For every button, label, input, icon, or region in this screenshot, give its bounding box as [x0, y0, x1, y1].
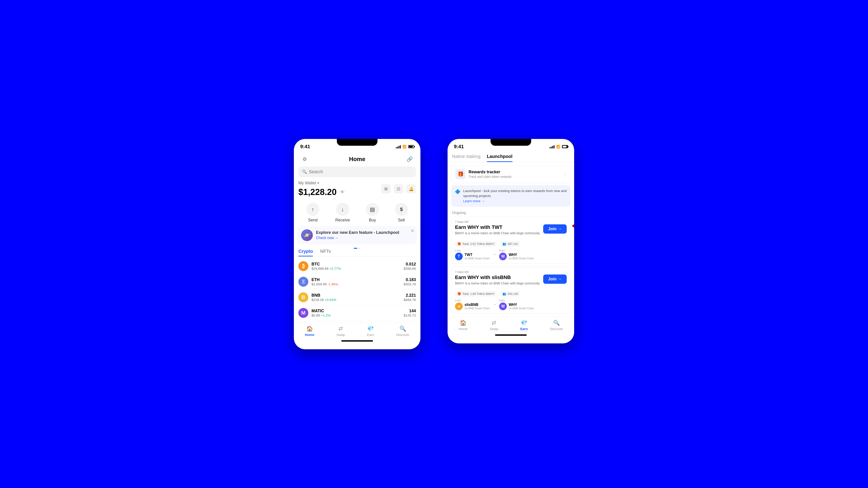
nav-earn-label-2: Earn — [520, 327, 528, 331]
dot-2 — [359, 248, 361, 249]
buy-button[interactable]: ▤ Buy — [366, 203, 379, 223]
nav-swap-label: Swap — [336, 333, 345, 337]
eth-symbol: ETH — [311, 278, 401, 282]
eth-amounts: 0.183 $303.78 — [404, 278, 416, 286]
nav-home-label: Home — [305, 333, 314, 337]
join-button-1[interactable]: Join → — [543, 224, 567, 234]
arrow-head-left-icon — [572, 222, 574, 230]
list-item[interactable]: B BNB $218.26 +0.54% 2.221 $484.76 — [298, 290, 417, 305]
action-row: ↑ Send ↓ Receive ▤ Buy $ Sell — [294, 201, 421, 226]
asset-tabs: Crypto NFTs — [294, 249, 421, 257]
search-icon: 🔍 — [302, 169, 307, 174]
send-icon: ↑ — [306, 203, 319, 216]
wallet-section: My Wallet ▾ $1,228.20 👁 ⊞ ⊡ 🔔 — [294, 181, 421, 201]
nav-discover-2[interactable]: 🔍 Discover — [550, 320, 563, 331]
settings-button[interactable]: ⚙ — [300, 155, 309, 164]
tab-native-staking[interactable]: Native staking — [452, 154, 480, 162]
join-button-2[interactable]: Join → — [543, 274, 567, 284]
send-button[interactable]: ↑ Send — [306, 203, 319, 223]
eth-price: $1,659.99 -1.86% — [311, 282, 401, 286]
matic-amounts: 144 $126.72 — [404, 308, 416, 317]
banner-link[interactable]: Check now → — [316, 236, 413, 240]
list-item[interactable]: Ξ ETH $1,659.99 -1.86% 0.183 $303.78 — [298, 274, 417, 290]
nav-home[interactable]: 🏠 Home — [305, 326, 314, 337]
crypto-list: ₿ BTC $29,888.68 +2.77% 0.012 $358.66 Ξ — [294, 258, 421, 321]
learn-more-link[interactable]: Learn more → — [463, 199, 485, 204]
bottom-nav-2: 🏠 Home ⇄ Swap 💎 Earn 🔍 Discover — [447, 317, 574, 332]
wifi-icon-2: 📶 — [556, 145, 560, 149]
nav-earn-label: Earn — [367, 333, 374, 337]
rewards-tracker-card[interactable]: 🎁 Rewards tracker Track and claim token … — [451, 165, 570, 183]
matic-change: +1.2% — [321, 313, 331, 317]
nav-home-label-2: Home — [459, 327, 468, 331]
twt-logo: T — [455, 253, 463, 260]
btc-price: $29,888.68 +2.77% — [311, 267, 401, 270]
bell-button[interactable]: 🔔 — [406, 184, 416, 194]
eth-change: -1.86% — [328, 282, 338, 286]
nav-discover-label: Discover — [396, 333, 409, 337]
wallet-balance: $1,228.20 — [298, 187, 337, 197]
pool-desc-2: $WHY is a meme token on BNB Chain with l… — [455, 281, 543, 286]
btc-logo: ₿ — [298, 261, 308, 271]
discover-icon-2: 🔍 — [553, 320, 560, 326]
bnb-change: +0.54% — [324, 298, 336, 302]
eye-icon[interactable]: 👁 — [340, 190, 345, 195]
bnb-price: $218.26 +0.54% — [311, 298, 401, 302]
section-label: Ongoing — [447, 210, 574, 217]
pool-header-row-2: Earn WHY with slisBNB $WHY is a meme tok… — [455, 274, 567, 289]
tab-crypto[interactable]: Crypto — [298, 249, 313, 256]
home-icon-2: 🏠 — [460, 320, 467, 326]
sell-button[interactable]: $ Sell — [395, 203, 408, 223]
search-bar[interactable]: 🔍 — [298, 166, 416, 177]
profile-button[interactable]: 🔗 — [405, 155, 414, 164]
home-header: ⚙ Home 🔗 — [294, 153, 421, 166]
rewards-tracker-icon: 🎁 — [456, 169, 465, 179]
token-info-earn-1: W WHY on BNB Smart Chain — [499, 253, 534, 260]
chevron-down-icon: ▾ — [317, 181, 319, 185]
phone-launchpool: 9:41 📶 Native staking Launchpool 🎁 Rewar… — [447, 139, 574, 344]
copy-button[interactable]: ⊞ — [381, 184, 391, 194]
swap-icon: ⇄ — [338, 326, 343, 332]
pool-stats-2: 🎁 Total: 1.68 Trillion $WHY 👥 342,145 — [455, 291, 567, 297]
pool-stat-total-1: 🎁 Total: 2.52 Trillion $WHY — [455, 241, 497, 247]
tab-launchpool[interactable]: Launchpool — [487, 154, 513, 162]
receive-button[interactable]: ↓ Receive — [335, 203, 350, 223]
phone-home: 9:41 📶 ⚙ Home 🔗 🔍 — [294, 139, 421, 349]
nav-earn[interactable]: 💎 Earn — [367, 326, 374, 337]
signal-icon — [396, 145, 401, 149]
list-item[interactable]: ₿ BTC $29,888.68 +2.77% 0.012 $358.66 — [298, 258, 417, 274]
lock-side-2: Lock sB slisBNB on BNB Smart Chain — [455, 299, 490, 310]
pool-tokens-2: Lock sB slisBNB on BNB Smart Chain → Ear… — [455, 299, 567, 310]
earn-side-1: Earn W WHY on BNB Smart Chain — [499, 249, 534, 260]
btc-change: +2.77% — [329, 267, 341, 270]
tab-nfts[interactable]: NFTs — [320, 249, 331, 256]
wifi-icon: 📶 — [403, 145, 406, 149]
nav-swap-label-2: Swap — [490, 327, 498, 331]
slisbnb-logo: sB — [455, 302, 463, 310]
swap-icon-2: ⇄ — [492, 320, 496, 326]
nav-earn-2[interactable]: 💎 Earn — [520, 320, 528, 331]
pool-tokens-1: Lock T TWT on BNB Smart Chain → Earn W — [455, 249, 567, 260]
scan-button[interactable]: ⊡ — [394, 184, 403, 194]
nav-discover-label-2: Discover — [550, 327, 563, 331]
list-item[interactable]: M MATIC $0.88 +1.2% 144 $126.72 — [298, 305, 417, 321]
why-name-block-1: WHY on BNB Smart Chain — [508, 253, 534, 260]
bnb-amounts: 2.221 $484.76 — [404, 293, 416, 302]
dot-1 — [354, 248, 358, 249]
discover-icon: 🔍 — [399, 326, 406, 332]
nav-swap-2[interactable]: ⇄ Swap — [490, 320, 498, 331]
close-icon[interactable]: ✕ — [411, 228, 414, 233]
matic-info: MATIC $0.88 +1.2% — [311, 308, 401, 317]
token-info-lock-1: T TWT on BNB Smart Chain — [455, 253, 490, 260]
nav-swap[interactable]: ⇄ Swap — [336, 326, 345, 337]
gift-icon-2: 🎁 — [457, 292, 461, 295]
red-arrow-right — [572, 222, 574, 230]
bnb-symbol: BNB — [311, 293, 401, 298]
eth-info: ETH $1,659.99 -1.86% — [311, 278, 401, 286]
nav-home-2[interactable]: 🏠 Home — [459, 320, 468, 331]
sell-icon: $ — [395, 203, 408, 216]
pool-title-2: Earn WHY with slisBNB — [455, 274, 543, 281]
search-input[interactable] — [309, 169, 412, 174]
slisbnb-name-block: slisBNB on BNB Smart Chain — [465, 303, 490, 310]
nav-discover[interactable]: 🔍 Discover — [396, 326, 409, 337]
